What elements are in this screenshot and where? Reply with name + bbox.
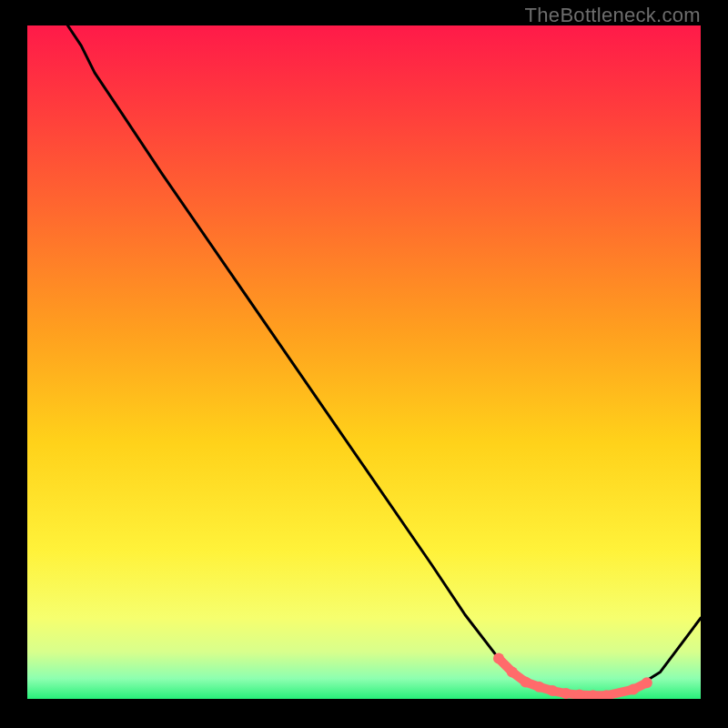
highlight-dot [521,677,531,688]
bottleneck-curve [67,25,701,695]
highlight-dot [547,685,558,696]
curve-svg [27,25,701,699]
highlight-markers [493,653,652,699]
watermark-text: TheBottleneck.com [525,4,701,27]
highlight-dot [628,684,639,695]
plot-area [27,25,701,699]
highlight-dot [493,653,504,664]
highlight-dot [507,666,518,677]
highlight-dot [561,688,571,699]
highlight-dot [533,682,544,693]
highlight-segment [499,659,647,696]
chart-stage: TheBottleneck.com [0,0,728,728]
highlight-dot [642,677,652,688]
